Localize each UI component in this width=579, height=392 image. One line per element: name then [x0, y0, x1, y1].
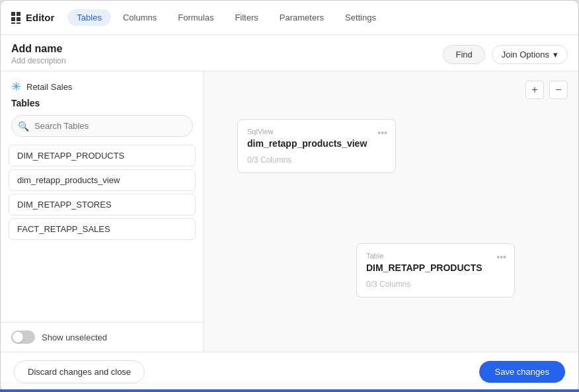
table-card-sqlview[interactable]: SqlView dim_retapp_products_view 0/3 Col… — [237, 119, 396, 173]
card-columns-label: 0/3 Columns — [366, 280, 505, 289]
card-menu-icon[interactable]: ••• — [377, 128, 387, 138]
card-type-label: SqlView — [247, 128, 386, 136]
remove-table-button[interactable]: − — [549, 81, 568, 99]
join-options-label: Join Options — [502, 50, 549, 59]
sidebar-footer: Show unselected — [1, 322, 204, 352]
add-name-label[interactable]: Add name — [11, 43, 66, 55]
card-columns-label: 0/3 Columns — [247, 155, 386, 165]
canvas-area[interactable]: + − SqlView dim_retapp_products_view 0/3… — [204, 71, 578, 352]
footer: Discard changes and close Save changes — [1, 352, 578, 391]
list-item[interactable]: dim_retapp_products_view — [9, 169, 196, 191]
tab-tables[interactable]: Tables — [67, 9, 111, 26]
add-description-label[interactable]: Add description — [11, 56, 66, 65]
snowflake-icon: ✳ — [11, 79, 21, 94]
list-item[interactable]: DIM_RETAPP_STORES — [9, 194, 196, 216]
table-card-dim-products[interactable]: Table DIM_RETAPP_PRODUCTS 0/3 Columns ••… — [356, 243, 515, 297]
search-box: 🔍 — [11, 115, 193, 137]
main-content: ✳ Retail Sales Tables 🔍 DIM_RETAPP_PRODU… — [1, 71, 578, 352]
list-item[interactable]: DIM_RETAPP_PRODUCTS — [9, 145, 196, 167]
list-item[interactable]: FACT_RETAPP_SALES — [9, 218, 196, 240]
logo-area: Editor — [11, 12, 54, 24]
tab-settings[interactable]: Settings — [336, 9, 385, 26]
editor-window: Editor Tables Columns Formulas Filters P… — [0, 0, 579, 392]
save-button[interactable]: Save changes — [479, 361, 565, 383]
app-title: Editor — [26, 12, 54, 23]
header-area: Add name Add description Find Join Optio… — [1, 35, 578, 71]
card-name-label: dim_retapp_products_view — [247, 138, 386, 149]
card-name-label: DIM_RETAPP_PRODUCTS — [366, 262, 505, 273]
sidebar: ✳ Retail Sales Tables 🔍 DIM_RETAPP_PRODU… — [1, 71, 204, 352]
tab-columns[interactable]: Columns — [114, 9, 166, 26]
sidebar-source-header: ✳ Retail Sales — [1, 71, 204, 98]
logo-icon — [11, 12, 20, 24]
find-button[interactable]: Find — [443, 45, 484, 64]
toggle-knob — [13, 332, 23, 342]
sidebar-source-label: Retail Sales — [26, 82, 72, 92]
table-list: DIM_RETAPP_PRODUCTS dim_retapp_products_… — [1, 145, 204, 322]
discard-button[interactable]: Discard changes and close — [14, 360, 145, 383]
sidebar-title: Tables — [1, 98, 204, 115]
tab-formulas[interactable]: Formulas — [169, 9, 223, 26]
card-type-label: Table — [366, 252, 505, 260]
card-menu-icon[interactable]: ••• — [496, 252, 506, 262]
canvas-controls: + − — [525, 81, 568, 99]
header-right: Find Join Options ▾ — [443, 45, 568, 64]
join-options-button[interactable]: Join Options ▾ — [492, 45, 568, 64]
tab-parameters[interactable]: Parameters — [270, 9, 333, 26]
nav-tabs: Tables Columns Formulas Filters Paramete… — [67, 9, 385, 26]
add-table-button[interactable]: + — [525, 81, 544, 99]
chevron-down-icon: ▾ — [553, 50, 558, 59]
show-unselected-toggle[interactable] — [11, 331, 35, 344]
show-unselected-label: Show unselected — [42, 333, 107, 342]
search-icon: 🔍 — [18, 121, 29, 132]
tab-filters[interactable]: Filters — [225, 9, 267, 26]
top-nav: Editor Tables Columns Formulas Filters P… — [1, 1, 578, 35]
header-left: Add name Add description — [11, 43, 66, 65]
search-input[interactable] — [11, 115, 193, 137]
